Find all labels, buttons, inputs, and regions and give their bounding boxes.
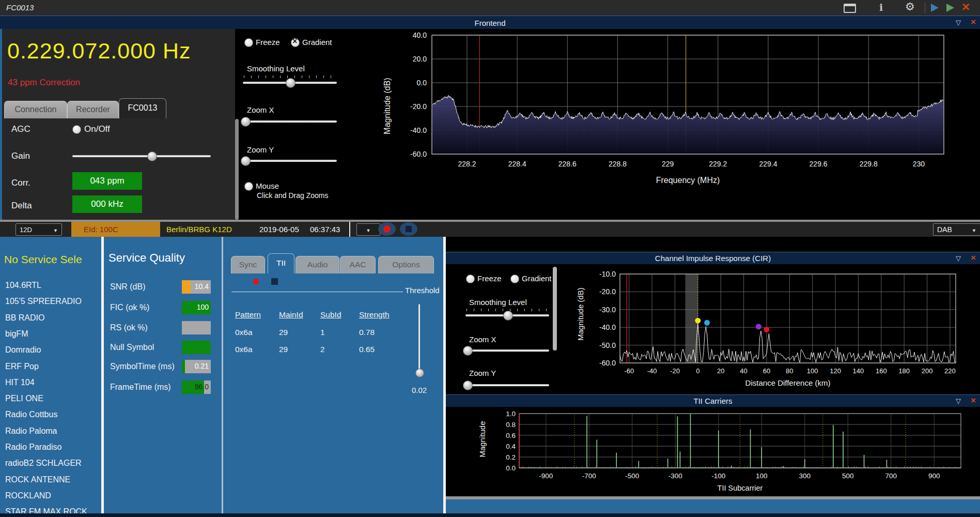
svg-text:TII Subcarrier: TII Subcarrier bbox=[718, 484, 763, 492]
stop-button[interactable] bbox=[400, 222, 417, 236]
tab-connection[interactable]: Connection bbox=[4, 101, 67, 118]
cir-smoothing-slider[interactable] bbox=[465, 314, 549, 316]
tii-carriers-plot[interactable]: 0.00.20.40.60.81.0-900-700-500-300-10010… bbox=[488, 404, 980, 497]
spectrum-plot[interactable]: 40.020.00.0-20.0-40.0-60.0228.2228.4228.… bbox=[382, 29, 971, 205]
tab-tii[interactable]: TII bbox=[268, 253, 294, 273]
service-list-item[interactable]: Radio Cottbus bbox=[5, 410, 57, 419]
play-blue-icon[interactable] bbox=[931, 4, 939, 12]
smoothing-slider-handle[interactable] bbox=[286, 78, 295, 88]
agc-radio[interactable] bbox=[72, 125, 81, 134]
quality-bar-value: 96.0 bbox=[195, 383, 209, 391]
eid-badge: EId: 100C bbox=[71, 222, 160, 237]
service-list-item[interactable]: bigFM bbox=[5, 329, 28, 339]
cir-gradient-label: Gradient bbox=[522, 274, 552, 283]
gain-slider[interactable] bbox=[72, 155, 211, 157]
tab-options[interactable]: Options bbox=[378, 256, 434, 273]
quality-row-label: RS (ok %) bbox=[110, 323, 148, 332]
svg-text:0.4: 0.4 bbox=[506, 443, 516, 450]
threshold-slider-handle[interactable] bbox=[415, 369, 424, 377]
tab-aac[interactable]: AAC bbox=[340, 256, 376, 273]
window-layout-icon[interactable] bbox=[844, 4, 856, 13]
zoom-x-slider[interactable] bbox=[243, 120, 337, 123]
quality-bar-value: 10.4 bbox=[195, 282, 209, 291]
tii-record-dot-button[interactable] bbox=[253, 279, 259, 284]
cir-zoom-y-handle[interactable] bbox=[463, 381, 473, 390]
record-dot bbox=[383, 225, 391, 233]
tab-audio[interactable]: Audio bbox=[295, 256, 339, 273]
svg-text:229.6: 229.6 bbox=[810, 160, 828, 168]
date-text: 2019-06-05 bbox=[259, 225, 299, 234]
gradient-radio[interactable] bbox=[291, 38, 300, 47]
service-list-item[interactable]: radioB2 SCHLAGER bbox=[5, 459, 82, 468]
cir-splitter-handle[interactable] bbox=[553, 267, 557, 351]
cir-plot[interactable]: -10.0-20.0-30.0-40.0-50.0-60.0-60-40-200… bbox=[594, 265, 980, 394]
svg-text:-30.0: -30.0 bbox=[599, 306, 616, 314]
cir-zoom-y-slider[interactable] bbox=[465, 384, 549, 386]
svg-text:-10.0: -10.0 bbox=[599, 270, 616, 278]
info-icon[interactable] bbox=[879, 2, 883, 13]
svg-text:0.8: 0.8 bbox=[506, 421, 516, 429]
smoothing-slider[interactable] bbox=[243, 82, 337, 84]
agc-option-label: On/Off bbox=[84, 124, 110, 134]
play-green-icon[interactable] bbox=[946, 4, 954, 12]
zoom-y-slider-handle[interactable] bbox=[241, 156, 251, 166]
tab-sync[interactable]: Sync bbox=[231, 256, 265, 273]
service-list-item[interactable]: Radio Paloma bbox=[5, 427, 57, 436]
freeze-radio[interactable] bbox=[244, 38, 253, 47]
cir-smoothing-handle[interactable] bbox=[503, 311, 513, 321]
titlebar: FC0013 bbox=[0, 0, 980, 16]
service-list-item[interactable]: ROCK ANTENNE bbox=[5, 475, 70, 484]
cir-zoom-x-handle[interactable] bbox=[463, 346, 473, 356]
cir-zoom-x-slider[interactable] bbox=[465, 349, 549, 352]
threshold-slider[interactable] bbox=[418, 304, 420, 376]
smoothing-label: Smoothing Level bbox=[247, 64, 305, 73]
corr-value-box: 043 ppm bbox=[72, 172, 142, 190]
service-list-item[interactable]: Domradio bbox=[5, 345, 41, 355]
tab-recorder[interactable]: Recorder bbox=[67, 101, 119, 118]
rule bbox=[231, 292, 403, 292]
zoom-y-label: Zoom Y bbox=[247, 145, 274, 154]
record-button[interactable] bbox=[378, 222, 396, 236]
close-panel-icon[interactable] bbox=[971, 17, 976, 27]
zoom-x-label: Zoom X bbox=[247, 105, 274, 114]
cir-ylabel: Magnitude (dB) bbox=[576, 287, 585, 341]
quality-bar-fill bbox=[182, 360, 185, 373]
agc-label: AGC bbox=[11, 124, 30, 134]
cir-controls: Freeze Gradient Smoothing Level Zoom X Z… bbox=[446, 264, 596, 394]
gain-slider-handle[interactable] bbox=[147, 151, 157, 161]
close-app-icon[interactable] bbox=[962, 2, 970, 13]
quality-row-label: SNR (dB) bbox=[110, 282, 145, 292]
quality-bar-fill bbox=[182, 280, 191, 294]
service-list-item[interactable]: Radio Paradiso bbox=[5, 443, 61, 452]
mouse-label: Mouse bbox=[256, 181, 279, 190]
service-list-item[interactable]: ROCKLAND bbox=[5, 491, 51, 500]
service-list-item[interactable]: 104.6RTL bbox=[5, 281, 41, 290]
tab-fc0013[interactable]: FC0013 bbox=[119, 98, 166, 118]
collapse-icon[interactable] bbox=[956, 253, 961, 263]
service-list-item[interactable]: BB RADIO bbox=[5, 313, 44, 323]
settings-gear-icon[interactable] bbox=[905, 1, 915, 13]
service-list-item[interactable]: HIT 104 bbox=[5, 378, 35, 387]
quality-bar-fill bbox=[182, 341, 211, 354]
close-panel-icon[interactable] bbox=[971, 253, 976, 263]
bottom-strip bbox=[0, 513, 980, 517]
channel-select[interactable]: 12D bbox=[15, 223, 62, 236]
cir-freeze-radio[interactable] bbox=[466, 275, 475, 283]
collapse-icon[interactable] bbox=[956, 18, 961, 27]
cir-panel-title: Channel Impulse Response (CIR) bbox=[446, 254, 980, 263]
service-list-item[interactable]: PELI ONE bbox=[5, 394, 43, 403]
mode-select[interactable]: DAB bbox=[933, 223, 980, 236]
svg-text:-40.0: -40.0 bbox=[599, 323, 616, 331]
record-options-dropdown[interactable] bbox=[356, 223, 380, 236]
zoom-y-slider[interactable] bbox=[243, 160, 337, 162]
cir-gradient-radio[interactable] bbox=[510, 275, 519, 283]
tii-stop-square-button[interactable] bbox=[271, 278, 278, 285]
delta-value-box: 000 kHz bbox=[72, 195, 142, 213]
service-list-item[interactable]: STAR FM MAX ROCK bbox=[5, 507, 87, 513]
svg-text:120: 120 bbox=[830, 367, 841, 375]
quality-bar-value: 100 bbox=[197, 303, 209, 311]
service-list-item[interactable]: ERF Pop bbox=[5, 362, 39, 371]
service-list-item[interactable]: 105'5 SPREERADIO bbox=[5, 297, 82, 306]
mouse-radio[interactable] bbox=[244, 182, 253, 191]
zoom-x-slider-handle[interactable] bbox=[241, 117, 251, 127]
